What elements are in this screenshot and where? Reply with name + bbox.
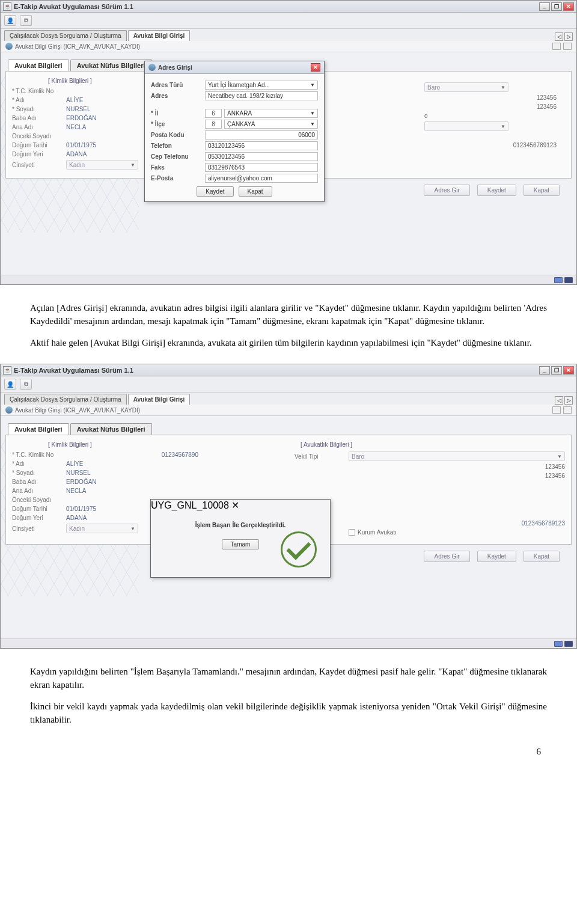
panel-restore-icon[interactable] (552, 406, 561, 414)
input-cep[interactable]: 05330123456 (205, 152, 318, 161)
kapat-button[interactable]: Kapat (524, 551, 560, 562)
adres-gir-button[interactable]: Adres Gir (424, 185, 469, 196)
panel-close-icon[interactable] (563, 406, 572, 414)
label-dyeri: Doğum Yeri (12, 515, 66, 521)
tab-nav-left[interactable]: ◁ (555, 396, 563, 405)
tamam-button[interactable]: Tamam (222, 539, 260, 549)
label-soyadi: * Soyadı (12, 106, 66, 112)
tab-avukat-bilgi-girisi[interactable]: Avukat Bilgi Girişi (128, 30, 191, 41)
app-window-2: ☕ E-Takip Avukat Uygulaması Sürüm 1.1 _ … (0, 364, 577, 649)
tool-user-icon[interactable]: 👤 (4, 15, 16, 26)
input-faks[interactable]: 03129876543 (205, 163, 318, 172)
adres-gir-button[interactable]: Adres Gir (424, 551, 469, 562)
value-soyadi: NURSEL (66, 106, 156, 112)
label-il: * İl (151, 110, 205, 117)
inner-tab-nufus-bilgileri[interactable]: Avukat Nüfus Bilgileri (70, 423, 152, 435)
window-close-button[interactable]: ✕ (563, 2, 574, 11)
label-lo: o (424, 112, 428, 119)
app-title: E-Takip Avukat Uygulaması Sürüm 1.1 (14, 3, 133, 10)
tab-dosya-sorgulama[interactable]: Çalışılacak Dosya Sorgulama / Oluşturma (4, 394, 127, 405)
right-column: Baro▼ 123456 123456 o ▼ 0123456789123 (424, 80, 557, 151)
panel-close-icon[interactable] (563, 43, 572, 50)
document-tabs: Çalışılacak Dosya Sorgulama / Oluşturma … (1, 29, 576, 41)
success-message-text: İşlem Başarı İle Gerçekleştirildi. (157, 522, 324, 528)
tool-copy-icon[interactable]: ⧉ (20, 379, 32, 390)
inner-tab-nufus-bilgileri[interactable]: Avukat Nüfus Bilgileri (70, 60, 152, 71)
input-il-code[interactable]: 6 (205, 109, 222, 118)
inner-tab-avukat-bilgileri[interactable]: Avukat Bilgileri (8, 60, 69, 71)
status-indicator-2 (564, 277, 573, 283)
label-posta: Posta Kodu (151, 132, 205, 138)
label-telefon: Telefon (151, 142, 205, 149)
value-ana: NECLA (66, 124, 156, 130)
tab-avukat-bilgi-girisi[interactable]: Avukat Bilgi Girişi (128, 394, 191, 405)
tab-nav-right[interactable]: ▷ (564, 32, 573, 41)
label-kurum-avukati: Kurum Avukatı (358, 529, 397, 536)
input-posta[interactable]: 06000 (205, 130, 318, 139)
label-adres: Adres (151, 93, 205, 99)
titlebar: ☕ E-Takip Avukat Uygulaması Sürüm 1.1 _ … (1, 1, 576, 13)
app-title: E-Takip Avukat Uygulaması Sürüm 1.1 (14, 367, 133, 374)
label-adi: * Adı (12, 460, 66, 467)
input-ilce-code[interactable]: 8 (205, 120, 222, 129)
label-ilce: * İlçe (151, 121, 205, 127)
minimize-button[interactable]: _ (539, 2, 550, 11)
screen-path-bar: Avukat Bilgi Girişi (ICR_AVK_AVUKAT_KAYD… (1, 405, 576, 416)
tab-dosya-sorgulama[interactable]: Çalışılacak Dosya Sorgulama / Oluşturma (4, 30, 127, 41)
java-icon: ☕ (3, 366, 11, 375)
screen-path-bar: Avukat Bilgi Girişi (ICR_AVK_AVUKAT_KAYD… (1, 41, 576, 52)
select-vekil-tipi[interactable]: Baro▼ (349, 451, 565, 461)
article-block-2: Kaydın yapıldığını belirten "İşlem Başar… (0, 655, 577, 741)
tool-user-icon[interactable]: 👤 (4, 379, 16, 390)
window-close-button[interactable]: ✕ (563, 366, 574, 375)
value-baba: ERDOĞAN (66, 479, 156, 485)
tab-nav-right[interactable]: ▷ (564, 396, 573, 405)
label-adi: * Adı (12, 97, 66, 103)
label-vekil-tipi: Vekil Tipi (295, 453, 349, 460)
select-cinsiyet[interactable]: Kadın▼ (66, 160, 138, 170)
paragraph: Açılan [Adres Girişi] ekranında, avukatı… (30, 302, 547, 328)
value-adi: ALİYE (66, 97, 156, 103)
article-block-1: Açılan [Adres Girişi] ekranında, avukatı… (0, 291, 577, 364)
select-baro[interactable]: Baro▼ (424, 82, 508, 92)
label-cep: Cep Telefonu (151, 153, 205, 160)
maximize-button[interactable]: ❐ (551, 366, 562, 375)
select-adres-turu[interactable]: Yurt İçi İkametgah Ad...▼ (205, 81, 318, 90)
form-panel: [ Kimlik Bilgileri ] * T.C. Kimlik No * … (5, 71, 572, 179)
dialog-titlebar: UYG_GNL_10008 ✕ (151, 500, 330, 511)
dialog-kapat-button[interactable]: Kapat (239, 186, 272, 197)
value-sicil1: 123456 (537, 94, 557, 101)
input-eposta[interactable]: aliyenursel@yahoo.com (205, 174, 318, 183)
tool-copy-icon[interactable]: ⧉ (20, 15, 32, 26)
panel-restore-icon[interactable] (552, 43, 561, 50)
input-adres[interactable]: Necatibey cad. 198/2 kızılay (205, 91, 318, 100)
input-telefon[interactable]: 03120123456 (205, 141, 318, 150)
value-adi: ALİYE (66, 460, 156, 467)
select-cinsiyet[interactable]: Kadın▼ (66, 524, 138, 533)
checkbox-kurum-avukati[interactable] (349, 529, 355, 536)
dialog-kaydet-button[interactable]: Kaydet (197, 186, 233, 197)
dialog-success: UYG_GNL_10008 ✕ İşlem Başarı İle Gerçekl… (150, 499, 331, 578)
select-ilce[interactable]: ÇANKAYA▼ (224, 120, 318, 129)
screen-path-text: Avukat Bilgi Girişi (ICR_AVK_AVUKAT_KAYD… (15, 407, 140, 414)
dialog-close-button[interactable]: ✕ (311, 63, 320, 72)
select-empty[interactable]: ▼ (424, 121, 508, 131)
check-icon (281, 531, 317, 568)
dialog-close-button[interactable]: ✕ (231, 500, 239, 510)
inner-tab-avukat-bilgileri[interactable]: Avukat Bilgileri (8, 423, 69, 435)
value-ana: NECLA (66, 488, 156, 494)
kaydet-button[interactable]: Kaydet (477, 185, 516, 196)
kapat-button[interactable]: Kapat (524, 185, 560, 196)
minimize-button[interactable]: _ (539, 366, 550, 375)
value-sicil2: 123456 (545, 473, 565, 479)
work-area: Avukat Bilgileri Avukat Nüfus Bilgileri … (1, 416, 576, 638)
tab-nav-left[interactable]: ◁ (555, 32, 563, 41)
value-dyeri: ADANA (66, 515, 156, 521)
kaydet-button[interactable]: Kaydet (477, 551, 516, 562)
select-il[interactable]: ANKARA▼ (224, 109, 318, 118)
maximize-button[interactable]: ❐ (551, 2, 562, 11)
toolbar: 👤 ⧉ (1, 376, 576, 393)
status-indicator-1 (554, 641, 563, 647)
value-tc: 01234567890 (66, 451, 198, 458)
globe-icon (5, 43, 13, 50)
